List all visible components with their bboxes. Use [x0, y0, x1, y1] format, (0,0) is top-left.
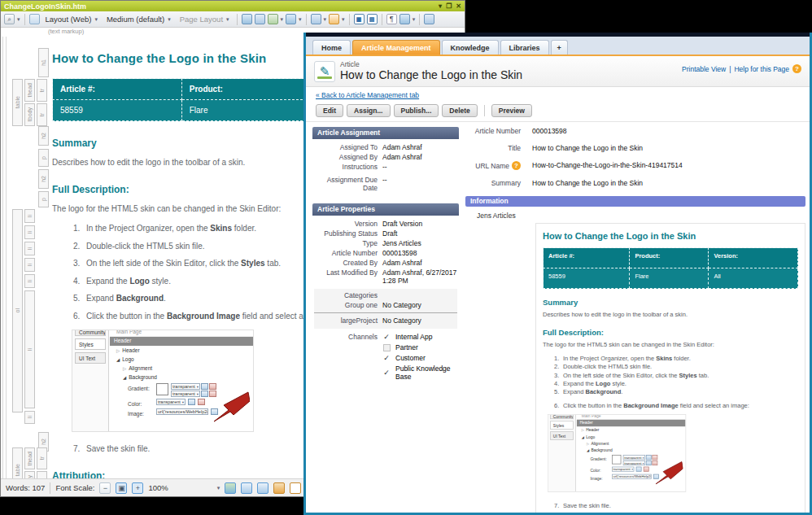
guides-toggle-icon[interactable]: ▤ — [367, 14, 378, 24]
tag-view-icon[interactable] — [290, 482, 301, 494]
tag-marker[interactable]: h1 — [38, 48, 49, 77]
page-layout-dropdown[interactable]: Page Layout ▾ — [177, 14, 233, 24]
track-changes-icon[interactable] — [255, 14, 265, 24]
tag-marker[interactable]: li — [24, 242, 35, 255]
chevron-down-icon[interactable]: ▾ — [324, 16, 327, 23]
field-label: Article Number — [465, 127, 521, 135]
close-icon[interactable]: ✕ — [456, 2, 461, 10]
step-seven: 7.Save the skin file. — [554, 502, 798, 510]
tag-marker[interactable]: thead — [24, 447, 35, 469]
variable-icon[interactable] — [311, 14, 321, 24]
add-tab-button[interactable]: + — [551, 40, 568, 55]
text-format-icon[interactable] — [329, 14, 339, 24]
paragraph-marks-icon[interactable]: ¶ — [386, 14, 397, 24]
split-view-icon[interactable] — [241, 482, 252, 494]
panel-title: Article Properties — [312, 203, 459, 216]
record-detail: Article Number000013598 TitleHow to Chan… — [465, 127, 805, 515]
tree-item-background: ◢Background — [577, 447, 686, 453]
tag-marker[interactable]: li — [24, 225, 35, 239]
button-divider — [484, 105, 485, 116]
medium-dropdown[interactable]: Medium (default) ▾ — [103, 14, 174, 24]
assign-button[interactable]: Assign... — [347, 104, 390, 117]
editor-title-bar: ChangeLogoInSkin.htm ▾ ❐ ✕ — [1, 1, 465, 11]
tag-marker[interactable]: table — [12, 447, 23, 480]
chevron-down-icon[interactable]: ▾ — [413, 16, 416, 23]
tag-marker[interactable]: h2 — [38, 169, 49, 189]
layout-view-icon[interactable] — [225, 482, 236, 494]
publish-button[interactable]: Publish... — [394, 104, 439, 117]
step-item: 2.Double-click the HTML5 skin file. — [554, 363, 798, 371]
category-group-label: Group one — [314, 301, 378, 309]
record-action-bar: Edit Assign... Publish... Delete Preview — [306, 102, 810, 122]
image-insert-icon[interactable] — [268, 14, 278, 24]
spray-style-icon[interactable] — [399, 14, 410, 24]
tree-item-alignment: ▷Alignment — [110, 364, 253, 373]
preview-button[interactable]: Preview — [491, 104, 532, 117]
send-for-review-icon[interactable] — [242, 14, 252, 24]
printable-view-link[interactable]: Printable View — [682, 65, 726, 73]
tag-marker[interactable]: p — [38, 149, 49, 167]
tag-marker[interactable]: li — [24, 274, 35, 288]
channel-check-icon: ✓ — [381, 333, 392, 341]
color-clear-icon — [209, 383, 216, 390]
skin-editor-tab-strip: Community Styles UI Text — [548, 415, 576, 491]
header-group-bar: Header — [577, 420, 686, 426]
tag-marker[interactable]: ol — [12, 209, 23, 412]
web-view-icon[interactable] — [257, 482, 268, 494]
font-scale-increase-button[interactable]: + — [132, 482, 143, 494]
tag-marker[interactable]: table — [12, 79, 23, 126]
tab-ui-text: UI Text — [75, 352, 106, 364]
tag-marker[interactable]: li — [24, 258, 35, 272]
condition-icon[interactable] — [286, 14, 296, 24]
font-scale-decrease-button[interactable]: − — [99, 482, 111, 494]
zoom-tool-icon[interactable]: ⌕ — [4, 14, 15, 24]
back-to-tab-link[interactable]: « Back to Article Management tab — [306, 87, 810, 102]
layout-mode-dropdown[interactable]: Layout (Web) ▾ — [42, 14, 101, 24]
help-for-page-link[interactable]: Help for this Page — [734, 65, 789, 73]
max-view-icon[interactable] — [273, 482, 285, 494]
field-value: Adam Ashraf, 6/27/2017 1:28 PM — [382, 268, 457, 285]
tag-marker[interactable]: thead — [24, 79, 35, 102]
information-section-header[interactable]: Information — [465, 196, 805, 207]
zoom-dropdown-caret[interactable]: ▾ — [17, 16, 20, 23]
tag-marker[interactable]: li — [24, 411, 35, 424]
style-brush-icon[interactable] — [29, 14, 40, 24]
tag-marker[interactable]: h2 — [38, 126, 49, 146]
toolbar-separator — [24, 14, 25, 25]
tag-marker[interactable]: li — [24, 290, 35, 408]
tag-marker[interactable]: li — [24, 209, 35, 223]
tab-styles: Styles — [75, 338, 106, 350]
tag-marker[interactable]: tr — [37, 79, 47, 102]
help-icon[interactable]: ? — [792, 64, 801, 73]
chevron-down-icon[interactable]: ▾ — [299, 16, 302, 23]
tag-marker[interactable]: tr — [37, 447, 47, 469]
toolbar-separator — [419, 14, 420, 25]
chevron-down-icon[interactable]: ▾ — [281, 16, 284, 23]
tab-home[interactable]: Home — [312, 40, 351, 55]
chevron-down-icon[interactable]: ▾ — [342, 16, 345, 23]
delete-button[interactable]: Delete — [442, 104, 478, 117]
maximize-icon[interactable]: ❐ — [446, 2, 452, 10]
field-label: Assigned By — [314, 153, 378, 161]
jump-to-icon[interactable] — [424, 14, 434, 24]
zoom-level-dropdown[interactable]: 100% ▾ — [148, 483, 220, 492]
categories-box: Categories Group oneNo Category largePro… — [314, 289, 457, 329]
tab-article-management[interactable]: Article Management — [352, 40, 440, 55]
window-menu-icon[interactable]: ▾ — [439, 2, 442, 10]
tab-knowledge[interactable]: Knowledge — [442, 40, 499, 55]
grid-toggle-icon[interactable]: ▦ — [354, 14, 365, 24]
field-value: Draft — [382, 229, 457, 238]
gradient-color-dropdown: transparent▾ — [623, 460, 645, 465]
article-body-preview[interactable]: How to Change the Logo in the Skin Artic… — [535, 223, 805, 515]
field-help-icon[interactable]: ? — [512, 161, 521, 170]
chevron-down-icon: ▾ — [168, 16, 171, 23]
tag-marker[interactable]: p — [38, 191, 49, 207]
font-scale-reset-button[interactable]: ▣ — [116, 482, 127, 494]
tree-item-logo: ◢Logo — [577, 434, 686, 440]
tag-marker[interactable]: tr — [37, 103, 47, 126]
tab-libraries[interactable]: Libraries — [500, 40, 549, 55]
tag-marker[interactable]: tbody — [24, 103, 35, 126]
color-picker-icon — [646, 455, 652, 460]
tree-item-header: ▷Header — [110, 346, 253, 355]
edit-button[interactable]: Edit — [316, 104, 343, 117]
